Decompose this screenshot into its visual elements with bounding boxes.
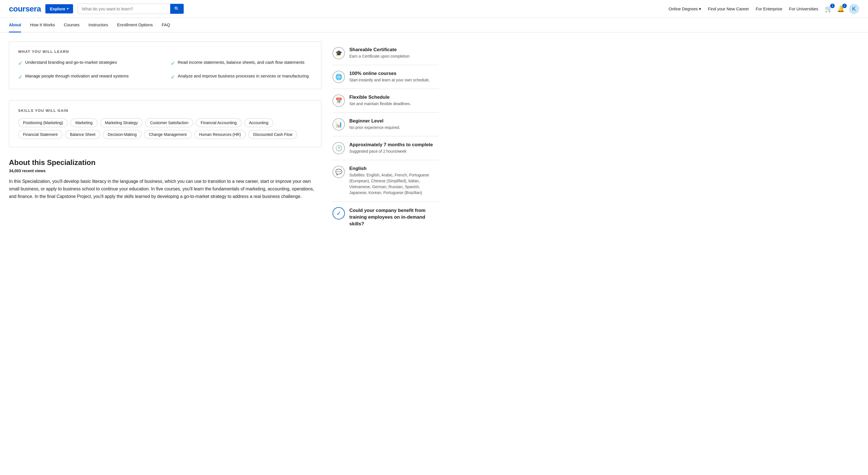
- nav-enterprise[interactable]: For Enterprise: [756, 6, 782, 11]
- skill-tag[interactable]: Decision-Making: [103, 130, 142, 139]
- sidebar-duration: 🕐 Approximately 7 months to complete Sug…: [333, 136, 439, 160]
- bar-chart-icon: 📊: [333, 118, 345, 131]
- search-button[interactable]: 🔍: [170, 4, 184, 14]
- skill-tag[interactable]: Financial Accounting: [196, 118, 241, 127]
- skill-tag[interactable]: Marketing Strategy: [100, 118, 143, 127]
- nav-online-degrees[interactable]: Online Degrees ▾: [669, 6, 701, 11]
- skill-tag[interactable]: Discounted Cash Flow: [248, 130, 297, 139]
- check-icon: ✓: [18, 73, 22, 81]
- sidebar-item-desc: Set and maintain flexible deadlines.: [349, 101, 411, 107]
- sidebar-item-title: Flexible Schedule: [349, 95, 411, 100]
- skills-tags: Positioning (Marketing) Marketing Market…: [18, 118, 312, 139]
- chevron-down-icon: ▾: [699, 6, 701, 11]
- secondary-navigation: About How It Works Courses Instructors E…: [0, 18, 868, 32]
- sidebar-online-courses: 🌐 100% online courses Start instantly an…: [333, 65, 439, 89]
- nav-universities[interactable]: For Universities: [789, 6, 818, 11]
- about-body-text: In this Specialization, you'll develop b…: [9, 177, 321, 200]
- top-navigation: coursera Explore ▾ 🔍 Online Degrees ▾ Fi…: [0, 0, 868, 18]
- sidebar-language: 💬 English Subtitles: English, Arabic, Fr…: [333, 160, 439, 202]
- checkmark-icon: ✓: [333, 207, 345, 219]
- cart-icon[interactable]: 🛒 1: [825, 5, 833, 12]
- chevron-down-icon: ▾: [67, 7, 69, 11]
- skill-tag[interactable]: Financial Statement: [18, 130, 62, 139]
- sidebar-item-title: Shareable Certificate: [349, 47, 409, 53]
- clock-icon: 🕐: [333, 142, 345, 154]
- skill-tag[interactable]: Human Resources (HR): [194, 130, 246, 139]
- skill-tag[interactable]: Change Management: [144, 130, 191, 139]
- recent-views: 34,003 recent views: [9, 169, 321, 173]
- tab-faq[interactable]: FAQ: [162, 18, 170, 32]
- left-column: WHAT YOU WILL LEARN ✓ Understand brandin…: [9, 41, 321, 233]
- sidebar-item-desc: Earn a Certificate upon completion: [349, 54, 409, 59]
- learn-item: ✓ Read income statements, balance sheets…: [171, 59, 312, 67]
- search-bar: 🔍: [78, 4, 184, 14]
- skills-box: SKILLS YOU WILL GAIN Positioning (Market…: [9, 100, 321, 147]
- search-input[interactable]: [78, 4, 170, 13]
- nav-find-career[interactable]: Find your New Career: [708, 6, 749, 11]
- notifications-icon[interactable]: 🔔 1: [837, 5, 844, 12]
- check-icon: ✓: [171, 60, 175, 67]
- learn-item: ✓ Analyze and improve business processes…: [171, 73, 312, 81]
- skill-tag[interactable]: Positioning (Marketing): [18, 118, 68, 127]
- sidebar-item-desc: Subtitles: English, Arabic, French, Port…: [349, 172, 439, 196]
- speech-bubble-icon: 💬: [333, 166, 345, 178]
- what-you-learn-box: WHAT YOU WILL LEARN ✓ Understand brandin…: [9, 41, 321, 89]
- globe-icon: 🌐: [333, 71, 345, 83]
- tab-how-it-works[interactable]: How It Works: [30, 18, 55, 32]
- explore-label: Explore: [50, 6, 65, 11]
- check-icon: ✓: [18, 60, 22, 67]
- check-icon: ✓: [171, 73, 175, 81]
- sidebar-item-desc: Start instantly and learn at your own sc…: [349, 77, 430, 83]
- tab-courses[interactable]: Courses: [64, 18, 80, 32]
- coursera-logo[interactable]: coursera: [9, 4, 41, 13]
- sidebar-shareable-cert: 🎓 Shareable Certificate Earn a Certifica…: [333, 41, 439, 65]
- logo-text: coursera: [9, 4, 41, 13]
- skill-tag[interactable]: Accounting: [244, 118, 273, 127]
- sidebar-item-desc: No prior experience required.: [349, 125, 400, 131]
- main-content: WHAT YOU WILL LEARN ✓ Understand brandin…: [0, 32, 448, 242]
- notification-badge: 1: [842, 4, 847, 8]
- sidebar-flexible-schedule: 📅 Flexible Schedule Set and maintain fle…: [333, 89, 439, 113]
- enterprise-box: ✓ Could your company benefit from traini…: [333, 202, 439, 233]
- avatar[interactable]: K: [849, 4, 859, 14]
- calendar-icon: 📅: [333, 95, 345, 107]
- sidebar-item-title: Beginner Level: [349, 118, 400, 124]
- enterprise-title: Could your company benefit from training…: [349, 207, 439, 227]
- sidebar-item-title: 100% online courses: [349, 71, 430, 76]
- learn-grid: ✓ Understand branding and go-to-market s…: [18, 59, 312, 81]
- sidebar-beginner-level: 📊 Beginner Level No prior experience req…: [333, 113, 439, 136]
- learn-item: ✓ Understand branding and go-to-market s…: [18, 59, 159, 67]
- sidebar-item-desc: Suggested pace of 2 hours/week: [349, 148, 433, 154]
- skill-tag[interactable]: Customer Satisfaction: [145, 118, 193, 127]
- tab-about[interactable]: About: [9, 18, 21, 32]
- right-sidebar: 🎓 Shareable Certificate Earn a Certifica…: [333, 41, 439, 233]
- skill-tag[interactable]: Marketing: [70, 118, 97, 127]
- explore-button[interactable]: Explore ▾: [45, 4, 73, 13]
- certificate-icon: 🎓: [333, 47, 345, 59]
- sidebar-item-title: English: [349, 166, 439, 171]
- nav-icons: 🛒 1 🔔 1 K: [825, 4, 859, 14]
- learn-item: ✓ Manage people through motivation and r…: [18, 73, 159, 81]
- tab-instructors[interactable]: Instructors: [89, 18, 108, 32]
- about-heading: About this Specialization: [9, 158, 321, 167]
- tab-enrollment-options[interactable]: Enrollment Options: [117, 18, 153, 32]
- about-section: About this Specialization 34,003 recent …: [9, 158, 321, 200]
- skill-tag[interactable]: Balance Sheet: [65, 130, 100, 139]
- sidebar-item-title: Approximately 7 months to complete: [349, 142, 433, 147]
- skills-heading: SKILLS YOU WILL GAIN: [18, 108, 312, 113]
- what-you-learn-heading: WHAT YOU WILL LEARN: [18, 49, 312, 54]
- nav-links: Online Degrees ▾ Find your New Career Fo…: [669, 6, 818, 11]
- cart-badge: 1: [830, 4, 835, 8]
